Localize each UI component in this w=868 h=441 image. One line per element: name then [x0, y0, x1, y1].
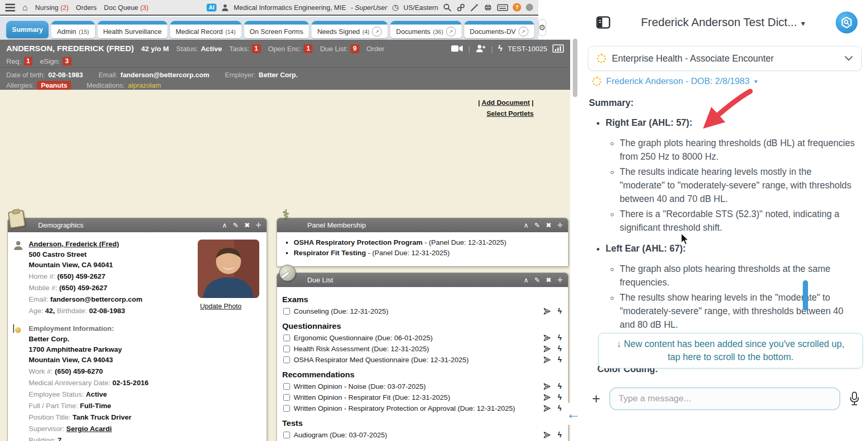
collapse-icon[interactable]: ∧ [524, 222, 529, 229]
clipboard-icon [8, 210, 26, 229]
edit-icon[interactable]: ✎ [534, 277, 540, 283]
move-icon[interactable]: ✛ [557, 222, 563, 229]
edit-icon[interactable]: ✎ [233, 222, 238, 229]
req-badge[interactable]: 1 [24, 57, 33, 66]
globe-icon[interactable] [484, 3, 492, 12]
send-order-icon[interactable] [543, 345, 551, 353]
move-icon[interactable]: ✛ [557, 277, 563, 283]
keyboard-icon[interactable] [497, 4, 508, 11]
perform-now-bolt-icon[interactable]: ϟ [558, 383, 562, 390]
quick-action-bolt-icon[interactable]: ϟ [498, 44, 502, 53]
message-input[interactable] [609, 387, 840, 410]
perform-now-bolt-icon[interactable]: ϟ [558, 431, 562, 439]
tab-medical-record[interactable]: Medical Record(14) [170, 21, 242, 38]
new-content-toast[interactable]: ↓ New content has been added since you'v… [598, 333, 863, 368]
perform-now-bolt-icon[interactable]: ϟ [558, 394, 562, 401]
tab-documents[interactable]: Documents(36)↗ [390, 21, 461, 38]
tasks-badge[interactable]: 1 [252, 44, 261, 53]
age-label: Age: [29, 307, 43, 315]
assistant-patient-label: Frederick Anderson - DOB: 2/8/1983 [606, 76, 750, 87]
patient-name-link[interactable]: Anderson, Frederick (Fred) [29, 240, 119, 248]
tasks-label: Tasks: [229, 45, 249, 53]
open-enc-badge[interactable]: 1 [304, 44, 312, 53]
due-list-badge[interactable]: 9 [351, 44, 359, 53]
perform-now-bolt-icon[interactable]: ϟ [558, 356, 562, 364]
left-scrollbar-track[interactable] [570, 30, 581, 441]
clock-icon[interactable]: ◷ [392, 3, 399, 12]
wand-icon[interactable] [470, 3, 479, 12]
collapse-icon[interactable]: ∧ [222, 222, 227, 229]
status-dot-icon[interactable] [526, 4, 533, 11]
due-list-header[interactable]: Due List ∧ ✎ ✖ ✛ [277, 273, 568, 287]
tab-summary[interactable]: Summary [6, 21, 49, 38]
settings-gears-icon[interactable]: ⚙ [538, 19, 546, 36]
due-item-checkbox[interactable] [283, 394, 290, 401]
esign-badge[interactable]: 3 [63, 57, 71, 66]
sidebar-toggle-icon[interactable] [596, 16, 610, 29]
ai-badge-icon[interactable]: AI [207, 4, 216, 11]
move-icon[interactable]: ✛ [256, 222, 261, 229]
send-order-icon[interactable] [543, 334, 551, 342]
due-item-checkbox[interactable] [283, 335, 290, 341]
send-order-icon[interactable] [543, 356, 551, 364]
help-icon[interactable]: ? [513, 3, 521, 11]
supervisor-link[interactable]: Sergio Acardi [66, 425, 112, 433]
send-order-icon[interactable] [543, 431, 551, 439]
close-icon[interactable]: ✖ [546, 277, 551, 283]
popout-icon[interactable]: ↗ [372, 27, 382, 37]
popout-icon[interactable]: ↗ [446, 27, 456, 37]
session-title-dropdown[interactable]: Frederick Anderson Test Dict...▾ [610, 16, 836, 29]
send-order-icon[interactable] [543, 383, 551, 390]
tab-documents-dv[interactable]: Documents-DV↗ [464, 21, 534, 38]
due-item-checkbox[interactable] [283, 345, 290, 352]
close-icon[interactable]: ✖ [546, 222, 551, 229]
tab-needs-signed-label: Needs Signed [317, 28, 360, 35]
menu-icon[interactable] [5, 4, 15, 11]
encounter-selector[interactable]: Enterprise Health - Associate Encounter [588, 46, 862, 71]
home-icon[interactable]: ⌂ [22, 3, 28, 12]
edit-icon[interactable]: ✎ [534, 222, 540, 229]
add-document-link[interactable]: Add Document [481, 99, 529, 106]
perform-now-bolt-icon[interactable]: ϟ [558, 345, 562, 353]
medication-value[interactable]: alprazolam [128, 81, 161, 89]
tab-needs-signed[interactable]: Needs Signed(4)↗ [311, 21, 388, 38]
panel-membership-header[interactable]: ⚕ Panel Membership ∧ ✎ ✖ ✛ [277, 218, 568, 232]
send-order-icon[interactable] [543, 404, 551, 412]
nav-doc-queue[interactable]: Doc Queue (3) [104, 4, 148, 11]
tab-health-surveillance[interactable]: Health Surveillance [98, 21, 167, 38]
search-icon[interactable] [443, 3, 452, 12]
add-attachment-button[interactable]: + [592, 392, 600, 406]
due-item-checkbox[interactable] [283, 432, 290, 438]
nav-nursing[interactable]: Nursing (2) [35, 4, 68, 11]
send-order-icon[interactable] [543, 394, 551, 401]
video-camera-icon[interactable] [451, 45, 463, 52]
popout-icon[interactable]: ↗ [519, 27, 528, 37]
order-link[interactable]: Order [367, 45, 385, 53]
demographics-header[interactable]: Demographics ∧ ✎ ✖ ✛ [8, 218, 267, 232]
left-scrollbar-thumb[interactable] [573, 39, 577, 97]
close-icon[interactable]: ✖ [244, 222, 250, 229]
tab-on-screen-forms[interactable]: On Screen Forms [244, 21, 309, 38]
link-icon[interactable] [456, 3, 465, 12]
due-item-checkbox[interactable] [283, 356, 290, 363]
send-order-icon[interactable] [543, 307, 551, 315]
due-item-checkbox[interactable] [283, 383, 290, 390]
due-item-checkbox[interactable] [283, 308, 290, 315]
tab-admin[interactable]: Admin(15) [51, 21, 94, 38]
due-item-checkbox[interactable] [283, 405, 290, 412]
assistant-patient-dropdown[interactable]: Frederick Anderson - DOB: 2/8/1983 ▾ [592, 76, 757, 87]
allergy-chip[interactable]: Peanuts [37, 81, 71, 90]
select-portlets-link[interactable]: Select Portlets [487, 110, 534, 117]
chart-icon[interactable] [552, 44, 564, 53]
timezone-label[interactable]: US/Eastern [404, 4, 438, 11]
perform-now-bolt-icon[interactable]: ϟ [558, 334, 562, 342]
add-person-icon[interactable] [475, 44, 486, 53]
perform-now-bolt-icon[interactable]: ϟ [558, 307, 562, 315]
assistant-logo-icon[interactable] [836, 11, 858, 33]
nav-orders[interactable]: Orders [76, 4, 97, 11]
microphone-icon[interactable] [849, 391, 860, 406]
update-photo-link[interactable]: Update Photo [200, 301, 242, 311]
collapse-panel-button[interactable]: ← [561, 403, 585, 425]
collapse-icon[interactable]: ∧ [524, 277, 529, 283]
assistant-scrollbar-thumb[interactable] [803, 280, 808, 311]
